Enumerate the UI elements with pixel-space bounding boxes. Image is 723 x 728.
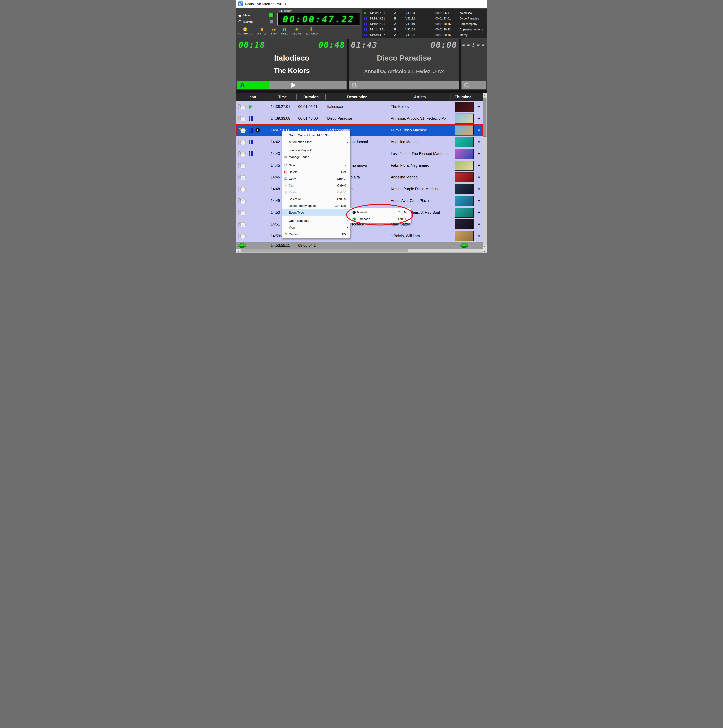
right-arrow-icon: ▶	[484, 250, 485, 252]
player-c-progress-bar[interactable]: C	[462, 81, 486, 89]
standby-indicator[interactable]	[269, 20, 273, 23]
menu-item-manual[interactable]: ManualCtrl+M	[350, 209, 411, 216]
button-ex-audio[interactable]: EX.AUDIO	[306, 27, 318, 35]
playlist-row[interactable]: 14:49Anna, Ava, Capo PlazaV	[236, 195, 483, 206]
playlist-row[interactable]: 14:39:33.0800:01:43.00Disco ParadiseAnna…	[236, 113, 483, 124]
column-header-time[interactable]: Time	[268, 94, 297, 99]
queue-title: Disco Paradise	[460, 17, 483, 20]
button-skip[interactable]: SKIP	[271, 28, 277, 35]
column-header-thumbnail[interactable]: Thumbnail	[451, 94, 478, 99]
menu-item-delete[interactable]: DeleteDel	[282, 169, 350, 175]
left-arrow-icon: ◀	[237, 250, 239, 252]
button-d-still[interactable]: D-STILL	[257, 28, 266, 35]
menu-item-cut[interactable]: ✂CutCtrl+X	[282, 182, 350, 189]
menu-item-timecode[interactable]: TimecodeCtrl+T	[350, 216, 411, 222]
menu-item-shortcut: Ctrl+A	[337, 197, 346, 201]
menu-item-new[interactable]: NewIns	[282, 162, 350, 169]
playlist-row[interactable]: 14:42no domaniAngelina MangoV	[236, 136, 483, 148]
scroll-right-button[interactable]: ▶	[483, 249, 487, 252]
cell-artists: Angelina Mango	[389, 175, 451, 180]
player-c-label: C	[464, 82, 469, 89]
cell-thumbnail	[451, 113, 478, 124]
cell-icon	[236, 174, 268, 181]
thumbnail-image	[455, 219, 474, 229]
button-clone[interactable]: CLONE	[292, 27, 301, 35]
menu-item-open-schedule[interactable]: Open schedule▶	[282, 217, 350, 224]
cd-icon	[238, 174, 246, 181]
queue-row[interactable]: 14:41:43.11BVID13100:01:30.22Ci pensiamo…	[362, 27, 487, 32]
player-b-artist: Annalisa, Articolo 31, Fedez, J-Ax	[349, 69, 459, 74]
queue-row[interactable]: 14:38:49.21BVID11200:01:43.01Disco Parad…	[362, 16, 487, 21]
queue-row[interactable]: 14:43:14.07AVID13800:01:30.15Mercy	[362, 32, 487, 38]
column-header-extra[interactable]	[478, 94, 483, 99]
playlist-row[interactable]: 14:48nKungs, Purple Disco MachineV	[236, 183, 483, 195]
menu-item-label: Go to: Current time (14:38:38)	[289, 133, 342, 137]
app-window: Radio Live Director, RADIO MainBackup Co…	[236, 0, 487, 252]
queue-row[interactable]: 14:38:27.01AVID10400:01:06.11Italodisco	[362, 10, 487, 16]
thumbnail-image	[455, 125, 474, 135]
playlist-row[interactable]: 14:53:21.0200:01:11.12Let's goJ Balvin, …	[236, 230, 483, 242]
scroll-left-button[interactable]: ◀	[236, 249, 240, 252]
transport-bar: AUTOMATICD-STILLSKIPSTILLCLONEEX.AUDIO	[238, 27, 318, 35]
player-b-progress-bar[interactable]: B	[349, 81, 459, 89]
horizontal-scrollbar[interactable]: ◀ ▶	[236, 249, 487, 252]
cell-icon	[236, 233, 268, 240]
horizontal-scroll-thumb[interactable]	[241, 249, 408, 252]
playlist-row[interactable]: 14:41:16.0800:01:10.15Bad companyPurple …	[236, 124, 483, 136]
playlist-row[interactable]: 14:45rno nuovoFabri Fibra, NegramaroV	[236, 160, 483, 171]
cell-duration: 00:01:06.11	[297, 104, 326, 109]
pause-icon	[249, 140, 253, 144]
menu-item-label: Refresh	[289, 232, 339, 236]
playlist-row[interactable]: 14:46o a fa'Angelina MangoV	[236, 171, 483, 183]
queue-channel: B	[394, 17, 405, 20]
mode-radio-backup[interactable]: Backup	[238, 20, 254, 23]
vertical-scrollbar[interactable]: ▲ ▼	[483, 93, 487, 249]
pause-icon	[249, 116, 253, 121]
player-a-progress-bar[interactable]: A	[237, 81, 347, 89]
menu-item-select-all[interactable]: Select AllCtrl+A	[282, 196, 350, 202]
playlist-row[interactable]: 14:43Lusk Jacob, The Blessed MadonnaV	[236, 148, 483, 160]
menu-item-view[interactable]: View▶	[282, 224, 350, 231]
menu-item-automation-start[interactable]: Automation Start▶	[282, 139, 350, 145]
column-header-artists[interactable]: Artists	[389, 94, 451, 99]
cell-description: Italodisco	[326, 104, 389, 109]
menu-item-load-on-player-c[interactable]: Load on Player C	[282, 147, 350, 154]
button-automatic[interactable]: AUTOMATIC	[238, 27, 252, 35]
scroll-down-button[interactable]: ▼	[483, 245, 487, 249]
menu-item-go-to-current-time-14-38-38-[interactable]: Go to: Current time (14:38:38)	[282, 132, 350, 139]
menu-item-manage-fades[interactable]: Manage Fades	[282, 154, 350, 161]
cut-icon: ✂	[283, 184, 289, 187]
cell-video: V	[478, 151, 483, 156]
radio-icon	[238, 14, 242, 17]
column-header-icon[interactable]: Icon	[236, 94, 268, 99]
menu-item-event-type[interactable]: Event Type▶	[282, 209, 350, 216]
cd-icon	[238, 209, 246, 216]
mode-radio-main[interactable]: Main	[238, 14, 254, 17]
cell-video: V	[478, 116, 483, 121]
cell-video: V	[478, 222, 483, 226]
menu-item-label: Open schedule	[289, 219, 342, 223]
menu-item-label: Select All	[289, 197, 334, 201]
menu-item-label: View	[289, 226, 342, 229]
queue-row[interactable]: 14:40:32.21AVID11900:01:10.16Bad company	[362, 21, 487, 27]
button-still[interactable]: STILL	[281, 28, 288, 35]
on-air-indicator[interactable]	[269, 13, 274, 17]
menu-item-delete-empty-space[interactable]: Delete empty spaceCtrl+Del	[282, 202, 350, 209]
queue-duration: 00:01:06.11	[436, 11, 460, 15]
menu-item-refresh[interactable]: ↻RefreshF5	[282, 231, 350, 238]
thumbnail-image	[455, 196, 474, 206]
scroll-up-button[interactable]: ▲	[483, 93, 487, 97]
menu-item-label: Manage Fades	[289, 155, 342, 159]
playlist-footer-row[interactable]: 14:53:55.1109:06:04.14	[236, 242, 483, 249]
thumbnail-image	[455, 102, 474, 112]
cell-video: V	[478, 163, 483, 168]
column-header-description[interactable]: Description	[326, 94, 389, 99]
menu-item-copy[interactable]: CopyCtrl+C	[282, 175, 350, 182]
cell-artists: Lusk Jacob, The Blessed Madonna	[389, 151, 451, 156]
cell-artists: Angelina Mango	[389, 140, 451, 144]
column-header-duration[interactable]: Duration	[297, 94, 326, 99]
playlist-row[interactable]: 14:38:27.0100:01:06.11ItalodiscoThe Kolo…	[236, 101, 483, 113]
cell-video: V	[478, 104, 483, 109]
thumbnail-image	[455, 172, 474, 182]
vertical-scroll-thumb[interactable]	[483, 98, 486, 136]
